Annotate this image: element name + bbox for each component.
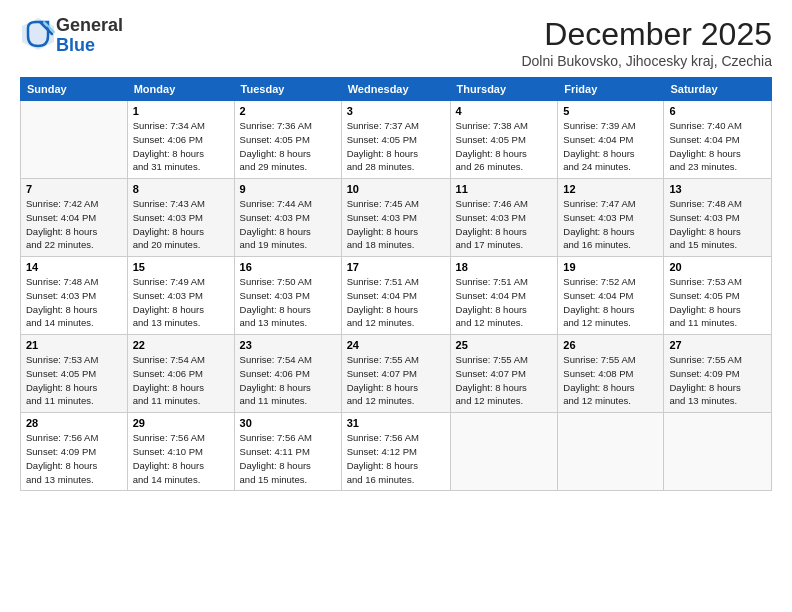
calendar-cell: 20Sunrise: 7:53 AM Sunset: 4:05 PM Dayli… (664, 257, 772, 335)
header-day-friday: Friday (558, 78, 664, 101)
day-number: 27 (669, 339, 766, 351)
day-number: 16 (240, 261, 336, 273)
calendar-cell: 23Sunrise: 7:54 AM Sunset: 4:06 PM Dayli… (234, 335, 341, 413)
day-info: Sunrise: 7:50 AM Sunset: 4:03 PM Dayligh… (240, 275, 336, 330)
day-number: 15 (133, 261, 229, 273)
week-row-1: 1Sunrise: 7:34 AM Sunset: 4:06 PM Daylig… (21, 101, 772, 179)
day-info: Sunrise: 7:39 AM Sunset: 4:04 PM Dayligh… (563, 119, 658, 174)
calendar-cell: 4Sunrise: 7:38 AM Sunset: 4:05 PM Daylig… (450, 101, 558, 179)
day-number: 14 (26, 261, 122, 273)
header: General Blue December 2025 Dolni Bukovsk… (20, 16, 772, 69)
calendar-cell: 3Sunrise: 7:37 AM Sunset: 4:05 PM Daylig… (341, 101, 450, 179)
day-info: Sunrise: 7:40 AM Sunset: 4:04 PM Dayligh… (669, 119, 766, 174)
calendar-cell (21, 101, 128, 179)
calendar-cell: 12Sunrise: 7:47 AM Sunset: 4:03 PM Dayli… (558, 179, 664, 257)
calendar-cell: 29Sunrise: 7:56 AM Sunset: 4:10 PM Dayli… (127, 413, 234, 491)
day-number: 6 (669, 105, 766, 117)
day-number: 23 (240, 339, 336, 351)
calendar-cell: 27Sunrise: 7:55 AM Sunset: 4:09 PM Dayli… (664, 335, 772, 413)
calendar-cell: 7Sunrise: 7:42 AM Sunset: 4:04 PM Daylig… (21, 179, 128, 257)
day-info: Sunrise: 7:48 AM Sunset: 4:03 PM Dayligh… (669, 197, 766, 252)
day-info: Sunrise: 7:51 AM Sunset: 4:04 PM Dayligh… (347, 275, 445, 330)
header-day-sunday: Sunday (21, 78, 128, 101)
calendar-cell: 8Sunrise: 7:43 AM Sunset: 4:03 PM Daylig… (127, 179, 234, 257)
calendar-cell: 24Sunrise: 7:55 AM Sunset: 4:07 PM Dayli… (341, 335, 450, 413)
day-number: 8 (133, 183, 229, 195)
day-info: Sunrise: 7:55 AM Sunset: 4:09 PM Dayligh… (669, 353, 766, 408)
day-number: 22 (133, 339, 229, 351)
day-info: Sunrise: 7:38 AM Sunset: 4:05 PM Dayligh… (456, 119, 553, 174)
logo-text: General Blue (56, 16, 123, 56)
header-day-saturday: Saturday (664, 78, 772, 101)
calendar-table: SundayMondayTuesdayWednesdayThursdayFrid… (20, 77, 772, 491)
day-info: Sunrise: 7:36 AM Sunset: 4:05 PM Dayligh… (240, 119, 336, 174)
calendar-cell: 30Sunrise: 7:56 AM Sunset: 4:11 PM Dayli… (234, 413, 341, 491)
header-day-tuesday: Tuesday (234, 78, 341, 101)
calendar-cell: 21Sunrise: 7:53 AM Sunset: 4:05 PM Dayli… (21, 335, 128, 413)
day-number: 20 (669, 261, 766, 273)
day-info: Sunrise: 7:34 AM Sunset: 4:06 PM Dayligh… (133, 119, 229, 174)
day-number: 7 (26, 183, 122, 195)
day-info: Sunrise: 7:55 AM Sunset: 4:08 PM Dayligh… (563, 353, 658, 408)
day-number: 30 (240, 417, 336, 429)
day-number: 11 (456, 183, 553, 195)
calendar-cell: 26Sunrise: 7:55 AM Sunset: 4:08 PM Dayli… (558, 335, 664, 413)
calendar-cell: 11Sunrise: 7:46 AM Sunset: 4:03 PM Dayli… (450, 179, 558, 257)
day-number: 28 (26, 417, 122, 429)
month-title: December 2025 (521, 16, 772, 53)
day-info: Sunrise: 7:56 AM Sunset: 4:11 PM Dayligh… (240, 431, 336, 486)
title-block: December 2025 Dolni Bukovsko, Jihocesky … (521, 16, 772, 69)
day-info: Sunrise: 7:54 AM Sunset: 4:06 PM Dayligh… (133, 353, 229, 408)
day-number: 1 (133, 105, 229, 117)
logo: General Blue (20, 16, 123, 56)
week-row-5: 28Sunrise: 7:56 AM Sunset: 4:09 PM Dayli… (21, 413, 772, 491)
calendar-cell: 18Sunrise: 7:51 AM Sunset: 4:04 PM Dayli… (450, 257, 558, 335)
header-day-monday: Monday (127, 78, 234, 101)
day-number: 9 (240, 183, 336, 195)
calendar-cell (664, 413, 772, 491)
calendar-cell: 19Sunrise: 7:52 AM Sunset: 4:04 PM Dayli… (558, 257, 664, 335)
day-number: 3 (347, 105, 445, 117)
day-number: 21 (26, 339, 122, 351)
week-row-4: 21Sunrise: 7:53 AM Sunset: 4:05 PM Dayli… (21, 335, 772, 413)
day-info: Sunrise: 7:56 AM Sunset: 4:12 PM Dayligh… (347, 431, 445, 486)
day-number: 26 (563, 339, 658, 351)
day-info: Sunrise: 7:53 AM Sunset: 4:05 PM Dayligh… (26, 353, 122, 408)
page: General Blue December 2025 Dolni Bukovsk… (0, 0, 792, 612)
day-info: Sunrise: 7:46 AM Sunset: 4:03 PM Dayligh… (456, 197, 553, 252)
day-number: 5 (563, 105, 658, 117)
calendar-cell: 1Sunrise: 7:34 AM Sunset: 4:06 PM Daylig… (127, 101, 234, 179)
day-info: Sunrise: 7:56 AM Sunset: 4:10 PM Dayligh… (133, 431, 229, 486)
day-info: Sunrise: 7:37 AM Sunset: 4:05 PM Dayligh… (347, 119, 445, 174)
calendar-cell: 9Sunrise: 7:44 AM Sunset: 4:03 PM Daylig… (234, 179, 341, 257)
day-info: Sunrise: 7:45 AM Sunset: 4:03 PM Dayligh… (347, 197, 445, 252)
calendar-cell: 15Sunrise: 7:49 AM Sunset: 4:03 PM Dayli… (127, 257, 234, 335)
calendar-cell: 28Sunrise: 7:56 AM Sunset: 4:09 PM Dayli… (21, 413, 128, 491)
day-info: Sunrise: 7:55 AM Sunset: 4:07 PM Dayligh… (456, 353, 553, 408)
calendar-cell: 2Sunrise: 7:36 AM Sunset: 4:05 PM Daylig… (234, 101, 341, 179)
day-info: Sunrise: 7:55 AM Sunset: 4:07 PM Dayligh… (347, 353, 445, 408)
day-info: Sunrise: 7:56 AM Sunset: 4:09 PM Dayligh… (26, 431, 122, 486)
week-row-2: 7Sunrise: 7:42 AM Sunset: 4:04 PM Daylig… (21, 179, 772, 257)
day-info: Sunrise: 7:53 AM Sunset: 4:05 PM Dayligh… (669, 275, 766, 330)
calendar-cell (450, 413, 558, 491)
day-number: 10 (347, 183, 445, 195)
day-info: Sunrise: 7:52 AM Sunset: 4:04 PM Dayligh… (563, 275, 658, 330)
header-row: SundayMondayTuesdayWednesdayThursdayFrid… (21, 78, 772, 101)
logo-general: General (56, 15, 123, 35)
day-number: 17 (347, 261, 445, 273)
header-day-wednesday: Wednesday (341, 78, 450, 101)
calendar-cell: 22Sunrise: 7:54 AM Sunset: 4:06 PM Dayli… (127, 335, 234, 413)
calendar-cell: 17Sunrise: 7:51 AM Sunset: 4:04 PM Dayli… (341, 257, 450, 335)
day-info: Sunrise: 7:54 AM Sunset: 4:06 PM Dayligh… (240, 353, 336, 408)
day-number: 25 (456, 339, 553, 351)
day-info: Sunrise: 7:42 AM Sunset: 4:04 PM Dayligh… (26, 197, 122, 252)
calendar-cell: 13Sunrise: 7:48 AM Sunset: 4:03 PM Dayli… (664, 179, 772, 257)
day-info: Sunrise: 7:48 AM Sunset: 4:03 PM Dayligh… (26, 275, 122, 330)
logo-blue: Blue (56, 35, 95, 55)
calendar-cell: 5Sunrise: 7:39 AM Sunset: 4:04 PM Daylig… (558, 101, 664, 179)
day-info: Sunrise: 7:43 AM Sunset: 4:03 PM Dayligh… (133, 197, 229, 252)
day-info: Sunrise: 7:51 AM Sunset: 4:04 PM Dayligh… (456, 275, 553, 330)
day-info: Sunrise: 7:44 AM Sunset: 4:03 PM Dayligh… (240, 197, 336, 252)
day-number: 13 (669, 183, 766, 195)
